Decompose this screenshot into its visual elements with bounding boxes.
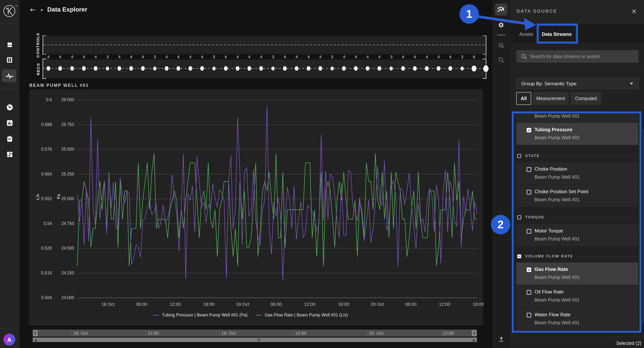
svg-text:1: 1 — [466, 8, 472, 20]
svg-text:2: 2 — [498, 218, 504, 231]
